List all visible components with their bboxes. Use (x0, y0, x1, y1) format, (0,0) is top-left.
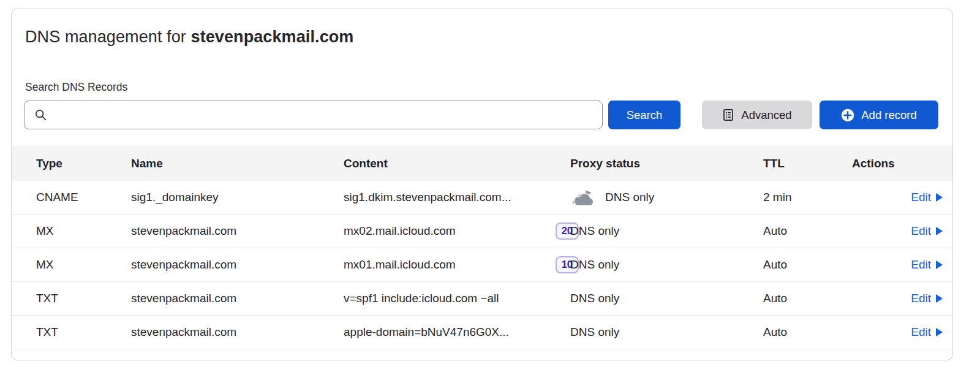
table-row: TXT stevenpackmail.com v=spf1 include:ic… (12, 282, 952, 316)
record-content-text: sig1.dkim.stevenpackmail.com... (344, 191, 511, 204)
edit-button-label: Edit (911, 191, 931, 204)
record-actions-cell: Edit (852, 258, 943, 272)
chevron-right-icon (936, 294, 943, 303)
dns-records-table: Type Name Content Proxy status TTL Actio… (12, 146, 952, 349)
record-content: v=spf1 include:icloud.com ~all (344, 292, 570, 305)
search-button[interactable]: Search (608, 101, 680, 129)
record-type: TXT (36, 292, 131, 305)
edit-button[interactable]: Edit (911, 191, 943, 204)
edit-button[interactable]: Edit (911, 258, 943, 272)
column-header-content: Content (344, 157, 570, 170)
record-name: stevenpackmail.com (131, 292, 344, 305)
table-row: MX stevenpackmail.com mx01.mail.icloud.c… (12, 248, 952, 282)
chevron-right-icon (936, 328, 943, 337)
record-ttl: Auto (763, 292, 852, 305)
page-title: DNS management for stevenpackmail.com (25, 26, 939, 47)
record-name: stevenpackmail.com (131, 325, 344, 339)
edit-button-label: Edit (911, 325, 931, 339)
advanced-button[interactable]: Advanced (702, 101, 812, 129)
add-record-button-label: Add record (861, 108, 917, 122)
record-content: sig1.dkim.stevenpackmail.com... (344, 191, 570, 204)
page-title-prefix: DNS management for (25, 28, 191, 46)
record-content: mx01.mail.icloud.com 10 (344, 256, 570, 273)
list-document-icon (722, 108, 734, 121)
edit-button-label: Edit (911, 258, 931, 272)
proxy-status-cell: DNS only (570, 188, 763, 207)
proxy-status-text: DNS only (570, 224, 619, 238)
search-field-wrap (24, 101, 603, 129)
dns-only-cloud-icon (570, 188, 596, 207)
proxy-status-cell: DNS only (570, 292, 763, 305)
edit-button-label: Edit (911, 224, 931, 238)
column-header-name: Name (131, 157, 344, 170)
record-content-text: mx01.mail.icloud.com (344, 258, 456, 272)
record-ttl: 2 min (763, 191, 852, 204)
record-type: MX (36, 224, 131, 238)
record-content: apple-domain=bNuV47n6G0X... (344, 325, 570, 339)
record-content-text: apple-domain=bNuV47n6G0X... (344, 325, 509, 339)
column-header-ttl: TTL (763, 157, 852, 170)
record-name: stevenpackmail.com (131, 258, 344, 272)
record-content-text: v=spf1 include:icloud.com ~all (344, 292, 499, 305)
advanced-button-label: Advanced (741, 108, 791, 122)
edit-button-label: Edit (911, 292, 931, 305)
chevron-right-icon (936, 261, 943, 269)
proxy-status-cell: DNS only (570, 258, 763, 272)
table-body: CNAME sig1._domainkey sig1.dkim.stevenpa… (12, 181, 952, 349)
proxy-status-cell: DNS only (570, 325, 763, 339)
column-header-proxy-status: Proxy status (570, 157, 763, 170)
proxy-status-text: DNS only (570, 325, 619, 339)
table-row: CNAME sig1._domainkey sig1.dkim.stevenpa… (12, 181, 952, 215)
table-row: MX stevenpackmail.com mx02.mail.icloud.c… (12, 215, 952, 248)
record-actions-cell: Edit (852, 325, 943, 339)
dns-management-card: DNS management for stevenpackmail.com Se… (11, 9, 953, 360)
add-record-button[interactable]: Add record (820, 101, 938, 129)
toolbar: Search Advanced Add record (24, 101, 938, 129)
proxy-status-text: DNS only (605, 191, 654, 204)
edit-button[interactable]: Edit (911, 292, 943, 305)
chevron-right-icon (936, 227, 943, 235)
record-actions-cell: Edit (852, 292, 943, 305)
column-header-type: Type (36, 157, 131, 170)
page-title-domain: stevenpackmail.com (191, 28, 354, 46)
record-name: sig1._domainkey (131, 191, 344, 204)
search-button-label: Search (627, 108, 663, 122)
plus-circle-icon (841, 108, 854, 122)
record-ttl: Auto (763, 325, 852, 339)
record-type: TXT (36, 325, 131, 339)
chevron-right-icon (936, 193, 943, 202)
search-input[interactable] (24, 101, 603, 129)
proxy-status-text: DNS only (570, 292, 619, 305)
edit-button[interactable]: Edit (911, 325, 943, 339)
record-ttl: Auto (763, 224, 852, 238)
table-row: TXT stevenpackmail.com apple-domain=bNuV… (12, 316, 952, 349)
table-header-row: Type Name Content Proxy status TTL Actio… (12, 146, 952, 181)
record-actions-cell: Edit (852, 224, 943, 238)
proxy-status-text: DNS only (570, 258, 619, 272)
proxy-status-cell: DNS only (570, 224, 763, 238)
edit-button[interactable]: Edit (911, 224, 943, 238)
record-content-text: mx02.mail.icloud.com (344, 224, 456, 238)
search-label: Search DNS Records (25, 81, 939, 93)
record-content: mx02.mail.icloud.com 20 (344, 223, 570, 240)
record-actions-cell: Edit (852, 191, 943, 204)
search-icon (34, 108, 47, 121)
record-type: MX (36, 258, 131, 272)
record-ttl: Auto (763, 258, 852, 272)
column-header-actions: Actions (852, 157, 943, 170)
record-type: CNAME (36, 191, 131, 204)
record-name: stevenpackmail.com (131, 224, 344, 238)
